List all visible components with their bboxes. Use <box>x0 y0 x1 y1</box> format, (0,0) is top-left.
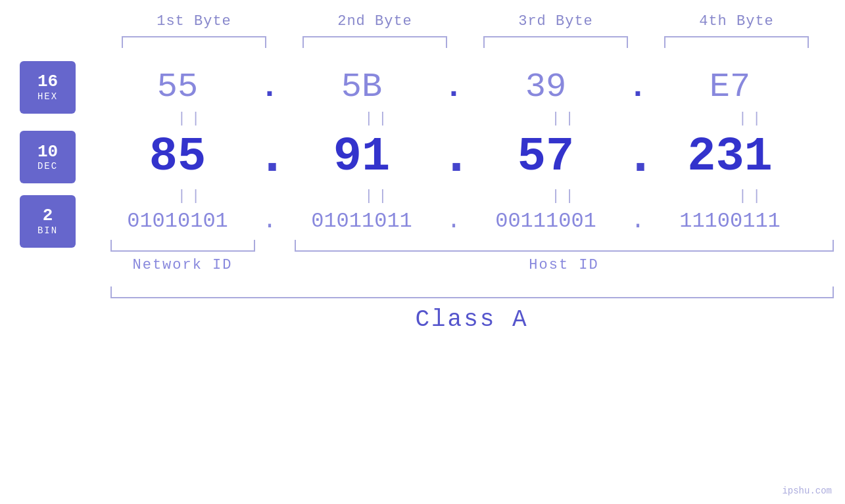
class-bracket <box>110 286 834 298</box>
eq-1-b4: || <box>673 110 831 127</box>
labels-row: Network ID Host ID <box>110 257 834 273</box>
hex-val-4: E7 <box>710 68 750 106</box>
eq-2-b1: || <box>112 188 270 204</box>
dec-dot2: . <box>441 131 467 183</box>
dec-dot1: . <box>256 131 283 183</box>
hex-val-3: 39 <box>525 68 566 106</box>
eq-1-b1: || <box>112 110 270 127</box>
dec-dot3: . <box>625 131 651 183</box>
header-byte2: 2nd Byte <box>296 13 454 30</box>
hex-val-2: 5B <box>341 68 382 106</box>
header-byte3: 3rd Byte <box>477 13 635 30</box>
hex-base-label: HEX <box>37 91 58 102</box>
bin-val-2: 01011011 <box>311 209 412 233</box>
hex-base-number: 16 <box>37 72 58 91</box>
hex-byte1: 55 <box>99 68 256 106</box>
dec-badge: 10 DEC <box>20 131 76 183</box>
badge-dec: 10 DEC <box>20 131 76 183</box>
bin-dot1: . <box>256 208 283 235</box>
hex-dot3: . <box>625 72 651 103</box>
dec-byte3: 57 <box>467 130 625 184</box>
bracket-top-2 <box>302 36 447 48</box>
eq-1-b3: || <box>487 110 644 127</box>
bin-data-row: 01010101 . 01011011 . 00111001 . 1110011… <box>0 208 845 235</box>
bin-val-1: 01010101 <box>127 209 228 233</box>
dec-val-3: 57 <box>518 130 574 184</box>
dec-base-label: DEC <box>37 161 58 172</box>
bin-byte3: 00111001 <box>467 209 625 233</box>
dec-byte1: 85 <box>99 130 256 184</box>
bin-row-wrapper: 2 BIN 01010101 . 01011011 . 00111001 . <box>0 208 845 235</box>
bin-val-4: 11100111 <box>679 209 781 233</box>
bin-dot3: . <box>625 208 651 235</box>
bracket-top-1 <box>122 36 266 48</box>
header-byte4: 4th Byte <box>658 13 815 30</box>
bin-byte1: 01010101 <box>99 209 256 233</box>
bracket-bottom-host <box>295 240 834 252</box>
bin-base-label: BIN <box>37 225 58 236</box>
hex-data-row: 55 . 5B . 39 . E7 <box>0 68 845 106</box>
bin-val-3: 00111001 <box>495 209 596 233</box>
dec-row-wrapper: 10 DEC 85 . 91 . 57 . 231 <box>0 130 845 184</box>
watermark: ipshu.com <box>782 486 832 496</box>
dec-val-4: 231 <box>687 130 773 184</box>
dec-data-row: 85 . 91 . 57 . 231 <box>0 130 845 184</box>
badge-bin: 2 BIN <box>20 195 76 248</box>
hex-byte4: E7 <box>651 68 809 106</box>
dec-val-2: 91 <box>333 130 390 184</box>
bottom-section: Network ID Host ID <box>110 240 834 273</box>
bin-byte4: 11100111 <box>651 209 809 233</box>
class-section: Class A <box>110 286 834 333</box>
hex-dot2: . <box>441 72 467 103</box>
hex-dot1: . <box>256 72 283 103</box>
eq-2-b3: || <box>487 188 644 204</box>
eq-1-b2: || <box>299 110 457 127</box>
top-brackets <box>104 36 827 48</box>
eq-2-b2: || <box>299 188 457 204</box>
bin-badge: 2 BIN <box>20 195 76 248</box>
bracket-top-3 <box>483 36 628 48</box>
host-id-label: Host ID <box>295 257 834 273</box>
bin-byte2: 01011011 <box>283 209 441 233</box>
dec-base-number: 10 <box>37 143 58 162</box>
bin-dot2: . <box>441 208 467 235</box>
eq-row-2: || || || || <box>110 184 834 208</box>
eq-2-b4: || <box>673 188 831 204</box>
hex-val-1: 55 <box>157 68 198 106</box>
hex-byte2: 5B <box>283 68 441 106</box>
hex-byte3: 39 <box>467 68 625 106</box>
hex-badge: 16 HEX <box>20 61 76 114</box>
class-label: Class A <box>110 306 834 333</box>
byte-headers: 1st Byte 2nd Byte 3rd Byte 4th Byte <box>104 13 827 30</box>
hex-row-wrapper: 16 HEX 55 . 5B . 39 . E7 <box>0 68 845 106</box>
dec-byte4: 231 <box>651 130 809 184</box>
dec-byte2: 91 <box>283 130 441 184</box>
bracket-bottom-network <box>110 240 255 252</box>
bottom-brackets-row <box>110 240 834 252</box>
badge-hex: 16 HEX <box>20 61 76 114</box>
dec-val-1: 85 <box>149 130 206 184</box>
bracket-top-4 <box>664 36 809 48</box>
network-id-label: Network ID <box>110 257 255 273</box>
main-container: 1st Byte 2nd Byte 3rd Byte 4th Byte 16 H… <box>0 0 845 504</box>
bin-base-number: 2 <box>43 206 53 225</box>
header-byte1: 1st Byte <box>115 13 273 30</box>
